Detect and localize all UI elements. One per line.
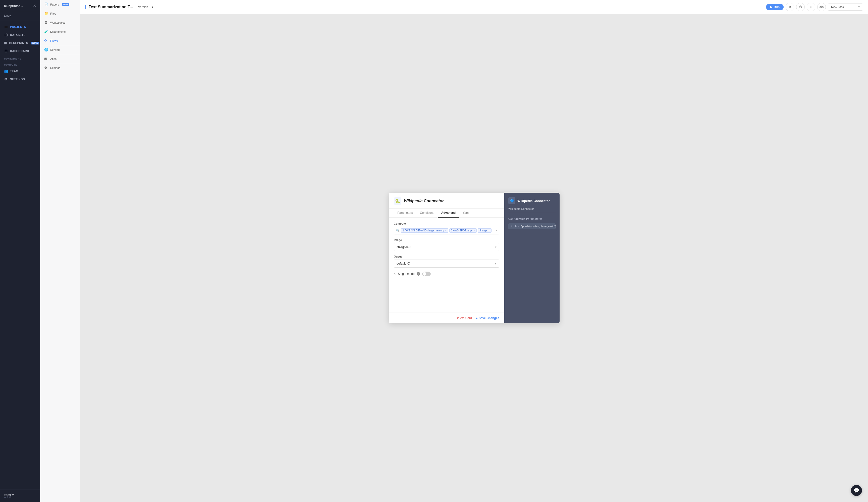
left-sidebar: blueprintsd... ✕ tanay. ⊞ PROJECTS ⬡ DAT… [0,0,40,502]
code-button[interactable]: </> [817,3,826,11]
run-button[interactable]: ▶ Run [766,4,784,10]
topbar: Text Summarization T... Version 1 ▾ ▶ Ru… [80,0,868,14]
sidebar-user: tanay. [0,12,40,21]
card-title: Wikipedia Connector [404,199,444,203]
tab-conditions[interactable]: Conditions [416,208,438,218]
queue-label: Queue [394,255,499,258]
tab-parameters[interactable]: Parameters [394,208,416,218]
sidebar-item-dashboard[interactable]: ⊞ DASHBOARD [0,47,40,55]
compute-field[interactable]: 🔍 1 AWS-ON-DEMAND.xlarge-memory × 2 AWS-… [394,227,499,234]
compute-search-icon: 🔍 [396,229,400,233]
papers-new-badge: NEW [62,3,70,6]
compute-tag-1: 1 AWS-ON-DEMAND.xlarge-memory × [401,228,448,233]
secondary-item-papers[interactable]: 📄 Papers NEW [40,0,80,9]
compute-group: Compute 🔍 1 AWS-ON-DEMAND.xlarge-memory … [394,222,499,234]
queue-selector[interactable]: default (0) ▾ [394,259,499,268]
single-mode-label: Single mode [398,272,415,276]
sidebar-item-blueprints[interactable]: ⊞ BLUEPRINTS BETA [0,39,40,47]
save-changes-button[interactable]: ● Save Changes [476,316,499,320]
page-title: Text Summarization T... [85,5,133,9]
dashboard-icon: ⊞ [4,49,8,53]
card-container: 🐍 Wikipedia Connector Parameters Conditi… [389,193,560,324]
version-selector[interactable]: Version 1 ▾ [136,4,155,10]
card-tabs: Parameters Conditions Advanced Yaml [389,208,504,218]
secondary-item-files[interactable]: 📁 Files [40,9,80,18]
card-body: Compute 🔍 1 AWS-ON-DEMAND.xlarge-memory … [389,218,504,313]
single-mode-play-icon: ▷ [394,272,396,276]
single-mode-toggle[interactable] [422,272,431,276]
secondary-item-experiments[interactable]: 🧪 Experiments [40,27,80,36]
papers-icon: 📄 [44,2,48,6]
wand-button[interactable]: ✦ [807,3,815,11]
save-check-icon: ● [476,316,478,320]
card-header: 🐍 Wikipedia Connector [389,193,504,208]
apps-icon: ⊞ [44,57,48,61]
remove-tag-1-icon[interactable]: × [445,229,446,232]
tab-advanced[interactable]: Advanced [438,208,459,218]
image-chevron-icon: ▾ [495,245,497,249]
version-label: Version 1 [138,5,151,9]
secondary-item-flows[interactable]: ⟳ Flows [40,36,80,45]
card-right-title: Wikipedia Connector [517,199,550,203]
chat-icon: 💬 [854,488,859,493]
sidebar-header: blueprintsd... ✕ [0,0,40,12]
configurable-params-label: Configurable Parameters: [508,218,556,221]
card-right-subtitle: Wikipedia Connector [508,207,556,213]
compute-tag-2: 2 AWS-SPOT.large × [449,228,477,233]
brand-name: blueprintsd... [4,4,23,8]
card-footer: Delete Card ● Save Changes [389,313,504,324]
sidebar-item-projects[interactable]: ⊞ PROJECTS [0,23,40,31]
compute-label: COMPUTE [0,61,40,67]
new-task-selector[interactable]: New Task ▾ [828,3,863,11]
files-icon: 📁 [44,12,48,15]
experiments-icon: 🧪 [44,30,48,33]
run-play-icon: ▶ [770,5,772,9]
blueprints-beta-badge: BETA [31,42,39,44]
new-task-chevron-icon: ▾ [858,5,860,9]
tab-yaml[interactable]: Yaml [459,208,473,218]
sidebar-item-datasets[interactable]: ⬡ DATASETS [0,31,40,39]
team-icon: 👥 [4,69,8,73]
secondary-sidebar: 📄 Papers NEW 📁 Files 🖥 Workspaces 🧪 Expe… [40,0,80,502]
flows-icon: ⟳ [44,39,48,42]
param-key: topics [511,225,519,228]
copy-button[interactable]: ⧉ [786,3,794,11]
compute-tag-3: 3 large × [478,228,492,233]
sidebar-item-team[interactable]: 👥 TEAM [0,67,40,75]
delete-card-button[interactable]: Delete Card [456,316,472,320]
chat-bubble-button[interactable]: 💬 [851,485,862,496]
remove-tag-3-icon[interactable]: × [488,229,490,232]
main-area: Text Summarization T... Version 1 ▾ ▶ Ru… [80,0,868,502]
image-selector[interactable]: cnvrg:v5.0 ▾ [394,243,499,251]
card-main: 🐍 Wikipedia Connector Parameters Conditi… [389,193,504,324]
secondary-settings-icon: ⚙ [44,66,48,70]
datasets-icon: ⬡ [4,33,8,37]
topbar-actions: ▶ Run ⧉ ⏱ ✦ </> New Task ▾ [766,3,863,11]
remove-tag-2-icon[interactable]: × [473,229,475,232]
footer-version: v4.7.43 [4,496,36,499]
sidebar-footer: cnvrg.io v4.7.43 [0,489,40,502]
image-label: Image [394,238,499,242]
image-group: Image cnvrg:v5.0 ▾ [394,238,499,251]
serving-icon: 🌐 [44,48,48,51]
settings-icon: ⚙ [4,77,8,81]
sidebar-close-icon[interactable]: ✕ [33,3,36,8]
version-chevron-icon: ▾ [152,5,153,9]
secondary-item-workspaces[interactable]: 🖥 Workspaces [40,18,80,27]
sidebar-item-settings[interactable]: ⚙ SETTINGS [0,75,40,83]
history-button[interactable]: ⏱ [796,3,805,11]
copy-icon: ⧉ [789,5,791,9]
workspaces-icon: 🖥 [44,21,48,24]
history-icon: ⏱ [799,5,802,9]
compute-chevron-icon: ▾ [496,229,497,232]
card-header-icon: 🐍 [394,197,401,205]
secondary-item-apps[interactable]: ⊞ Apps [40,54,80,63]
content-area: 🐍 Wikipedia Connector Parameters Conditi… [80,14,868,502]
secondary-item-settings[interactable]: ⚙ Settings [40,63,80,72]
queue-group: Queue default (0) ▾ [394,255,499,268]
card-right-icon: 🔷 [508,197,515,204]
containers-label: CONTAINERS [0,55,40,61]
param-row: topics ["predator,alien,planet,earth"] [508,223,556,229]
single-mode-info-icon[interactable]: i [417,272,420,276]
secondary-item-serving[interactable]: 🌐 Serving [40,45,80,54]
